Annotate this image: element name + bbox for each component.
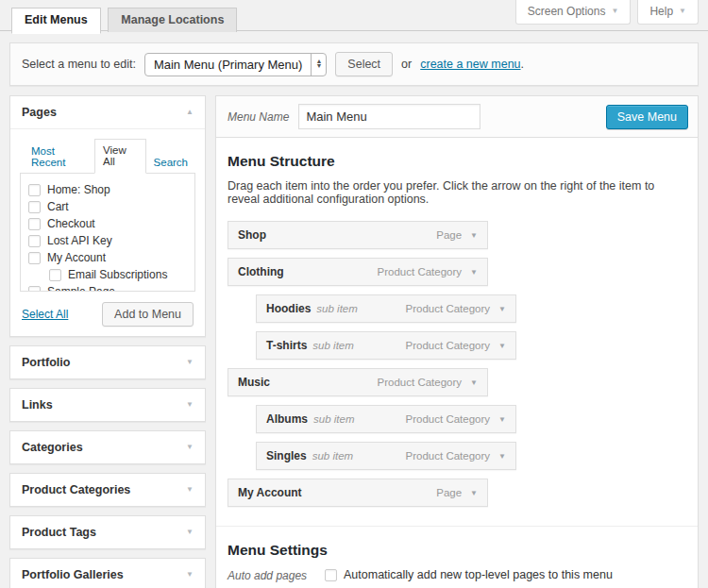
menu-item-shop[interactable]: Shop Page ▼ bbox=[228, 221, 488, 249]
pages-list-item: Email Subscriptions bbox=[21, 266, 194, 283]
accordion-categories: Categories ▼ bbox=[9, 430, 206, 464]
accordion-label: Product Categories bbox=[22, 483, 130, 496]
page-label: Lost API Key bbox=[47, 234, 112, 247]
sub-item-flag: sub item bbox=[313, 413, 354, 425]
tab-search[interactable]: Search bbox=[146, 152, 195, 174]
menu-item-albums[interactable]: Albums sub item Product Category ▼ bbox=[256, 405, 516, 433]
accordion-label: Links bbox=[22, 398, 53, 412]
chevron-down-icon: ▼ bbox=[186, 401, 194, 409]
create-new-menu-link[interactable]: create a new menu bbox=[420, 58, 520, 71]
accordion-header[interactable]: Portfolio ▼ bbox=[10, 346, 205, 378]
page-label: Email Subscriptions bbox=[68, 268, 167, 281]
page-checkbox[interactable] bbox=[28, 201, 41, 213]
pages-list-item: Sample Page bbox=[21, 283, 194, 292]
add-to-menu-button[interactable]: Add to Menu bbox=[102, 302, 194, 327]
menu-select-dropdown[interactable]: Main Menu (Primary Menu) ▲▼ bbox=[144, 53, 327, 76]
accordion-label: Product Tags bbox=[22, 526, 96, 539]
chevron-down-icon: ▼ bbox=[186, 529, 194, 536]
auto-add-pages-row: Auto add pages Automatically add new top… bbox=[228, 568, 686, 586]
chevron-down-icon[interactable]: ▼ bbox=[498, 415, 506, 424]
accordion-header[interactable]: Portfolio Galleries ▼ bbox=[10, 559, 205, 588]
chevron-down-icon[interactable]: ▼ bbox=[498, 452, 506, 461]
accordion-portfolio-galleries: Portfolio Galleries ▼ bbox=[9, 558, 206, 588]
settings-divider bbox=[216, 526, 698, 527]
accordion-links: Links ▼ bbox=[9, 388, 206, 422]
accordion-portfolio: Portfolio ▼ bbox=[9, 345, 206, 379]
menu-item-music[interactable]: Music Product Category ▼ bbox=[228, 368, 488, 396]
menu-item-title: Albums bbox=[266, 412, 308, 426]
pages-list-item: Cart bbox=[21, 198, 194, 215]
or-text: or bbox=[401, 58, 412, 71]
menu-item-type: Product Category bbox=[406, 340, 491, 351]
help-button[interactable]: Help ▼ bbox=[637, 0, 699, 25]
menu-name-input[interactable] bbox=[298, 104, 480, 129]
chevron-down-icon[interactable]: ▼ bbox=[470, 231, 478, 240]
menu-item-title: Hoodies bbox=[266, 302, 311, 315]
chevron-down-icon[interactable]: ▼ bbox=[498, 342, 506, 350]
accordion-label: Portfolio bbox=[22, 356, 70, 369]
page-checkbox[interactable] bbox=[28, 184, 41, 196]
menu-item-type: Product Category bbox=[406, 450, 491, 462]
save-menu-button-top[interactable]: Save Menu bbox=[606, 105, 688, 129]
chevron-down-icon[interactable]: ▼ bbox=[470, 268, 478, 277]
accordion-header[interactable]: Product Categories ▼ bbox=[10, 474, 205, 506]
menu-select-value: Main Menu (Primary Menu) bbox=[145, 54, 312, 76]
pages-list-item: Checkout bbox=[21, 215, 194, 232]
select-stepper-icon: ▲▼ bbox=[311, 54, 326, 76]
page-checkbox[interactable] bbox=[28, 286, 41, 293]
menu-item-title: Singles bbox=[266, 449, 307, 462]
select-menu-button[interactable]: Select bbox=[335, 52, 393, 76]
pages-list-item: Home: Shop bbox=[21, 181, 194, 198]
chevron-down-icon: ▼ bbox=[186, 444, 194, 451]
menu-editor-body: Menu Structure Drag each item into the o… bbox=[216, 138, 698, 588]
page-checkbox[interactable] bbox=[28, 252, 41, 264]
tab-most-recent[interactable]: Most Recent bbox=[24, 141, 94, 174]
tab-edit-menus[interactable]: Edit Menus bbox=[11, 8, 101, 34]
sub-item-flag: sub item bbox=[312, 340, 353, 351]
menu-item-title: T-shirts bbox=[266, 339, 307, 352]
screen-options-button[interactable]: Screen Options ▼ bbox=[515, 0, 632, 25]
help-label: Help bbox=[649, 5, 673, 18]
tab-view-all[interactable]: View All bbox=[94, 139, 146, 174]
accordion-product-categories: Product Categories ▼ bbox=[9, 473, 206, 507]
page-checkbox[interactable] bbox=[28, 235, 41, 247]
pages-panel-body: Most Recent View All Search Home: Shop C… bbox=[10, 129, 205, 336]
menu-item-type: Product Category bbox=[406, 413, 491, 425]
chevron-up-icon: ▲ bbox=[186, 109, 194, 116]
menu-structure-title: Menu Structure bbox=[228, 153, 686, 170]
menu-item-type: Page bbox=[436, 229, 462, 241]
menu-item-hoodies[interactable]: Hoodies sub item Product Category ▼ bbox=[256, 294, 516, 323]
screen-options-label: Screen Options bbox=[528, 5, 606, 18]
menu-item-singles[interactable]: Singles sub item Product Category ▼ bbox=[256, 442, 516, 470]
auto-add-checkbox[interactable] bbox=[325, 569, 337, 581]
chevron-down-icon: ▼ bbox=[186, 359, 194, 366]
chevron-down-icon[interactable]: ▼ bbox=[498, 305, 506, 313]
page-checkbox[interactable] bbox=[28, 218, 41, 230]
select-all-link[interactable]: Select All bbox=[22, 308, 68, 321]
accordion-header[interactable]: Links ▼ bbox=[10, 389, 205, 421]
page-label: Sample Page bbox=[47, 285, 115, 292]
tab-manage-locations[interactable]: Manage Locations bbox=[108, 8, 237, 32]
page-checkbox[interactable] bbox=[49, 269, 61, 281]
pages-tabs: Most Recent View All Search bbox=[20, 139, 195, 173]
top-tab-bar: Edit Menus Manage Locations Screen Optio… bbox=[0, 0, 708, 31]
page-label: Cart bbox=[47, 200, 69, 213]
menu-item-clothing[interactable]: Clothing Product Category ▼ bbox=[228, 258, 488, 286]
menu-item-tshirts[interactable]: T-shirts sub item Product Category ▼ bbox=[256, 331, 516, 360]
sentence-period: . bbox=[521, 58, 524, 71]
accordion-header[interactable]: Product Tags ▼ bbox=[10, 516, 205, 548]
menu-settings-title: Menu Settings bbox=[228, 542, 686, 559]
pages-list-item: Lost API Key bbox=[21, 232, 194, 249]
pages-checklist[interactable]: Home: Shop Cart Checkout Lost API Key bbox=[20, 173, 195, 292]
pages-panel-header[interactable]: Pages ▲ bbox=[10, 96, 205, 129]
menu-item-my-account[interactable]: My Account Page ▼ bbox=[228, 479, 488, 507]
auto-add-option-label: Automatically add new top-level pages to… bbox=[344, 568, 613, 581]
menu-item-title: Music bbox=[238, 376, 270, 389]
chevron-down-icon[interactable]: ▼ bbox=[470, 489, 478, 497]
pages-list-item: My Account bbox=[21, 249, 194, 266]
accordion-header[interactable]: Categories ▼ bbox=[10, 431, 205, 463]
pages-panel-title: Pages bbox=[22, 106, 57, 119]
chevron-down-icon[interactable]: ▼ bbox=[470, 378, 478, 387]
sidebar: Pages ▲ Most Recent View All Search Home… bbox=[9, 95, 206, 588]
page-label: My Account bbox=[47, 251, 106, 264]
